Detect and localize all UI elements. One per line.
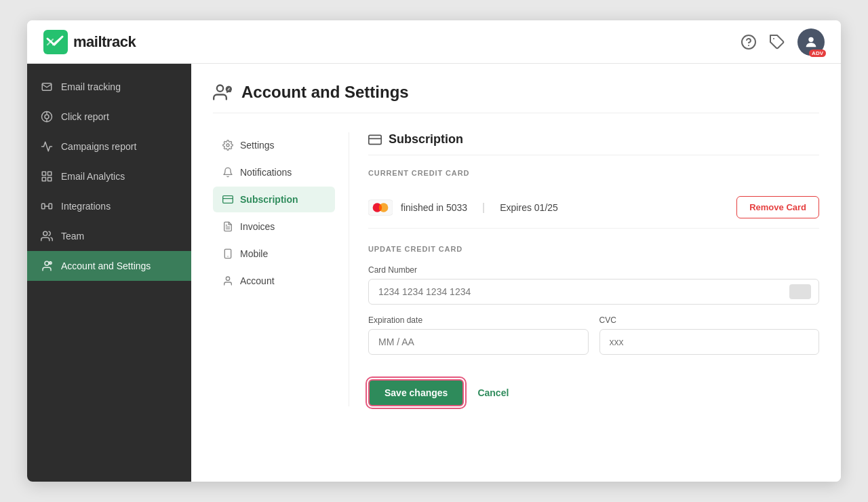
expiry-cvc-row: Expiration date CVC — [368, 315, 819, 366]
expiry-label: Expiration date — [368, 315, 589, 325]
remove-card-button[interactable]: Remove Card — [736, 196, 819, 218]
tag-icon[interactable] — [769, 34, 785, 50]
main-layout: Email tracking Click report Campaigns re… — [27, 64, 841, 482]
settings-nav-notifications-icon — [222, 167, 233, 178]
svg-rect-12 — [48, 178, 52, 181]
sidebar-item-email-tracking[interactable]: Email tracking — [27, 72, 191, 102]
settings-nav-item-settings[interactable]: Settings — [213, 132, 335, 158]
avatar-badge: ADV — [809, 50, 826, 57]
settings-nav-item-invoices[interactable]: Invoices — [213, 214, 335, 239]
svg-rect-22 — [223, 196, 233, 204]
page-title: Account and Settings — [241, 83, 409, 102]
campaigns-icon — [41, 140, 53, 153]
sidebar-label-account-settings: Account and Settings — [61, 260, 151, 271]
settings-nav-account-icon — [222, 275, 233, 286]
help-icon[interactable] — [741, 34, 757, 50]
settings-nav-settings-icon — [222, 140, 233, 151]
topbar-right: ADV — [741, 28, 825, 56]
mailtrack-logo-icon — [43, 30, 68, 54]
svg-point-7 — [45, 115, 49, 119]
settings-panel: Subscription CURRENT CREDIT CARD — [349, 132, 819, 406]
integrations-icon — [41, 200, 53, 212]
svg-rect-29 — [369, 135, 381, 144]
sidebar-item-integrations[interactable]: Integrations — [27, 191, 191, 221]
cvc-label: CVC — [599, 315, 820, 325]
settings-layout: Settings Notifications — [213, 132, 819, 406]
account-settings-icon — [41, 260, 53, 272]
logo-area: mailtrack — [43, 30, 136, 54]
credit-card-row: finished in 5033 | Expires 01/25 Remove … — [368, 187, 819, 229]
settings-nav-subscription-icon — [222, 194, 233, 205]
panel-title: Subscription — [389, 132, 463, 147]
settings-nav-invoices-icon — [222, 221, 233, 232]
content-area: Account and Settings Settings — [191, 64, 841, 482]
card-info: finished in 5033 | Expires 01/25 — [368, 199, 558, 216]
current-card-label: CURRENT CREDIT CARD — [368, 169, 819, 177]
svg-point-28 — [226, 277, 229, 280]
settings-nav-label-settings: Settings — [240, 140, 275, 151]
settings-nav-label-subscription: Subscription — [240, 194, 298, 205]
svg-point-16 — [43, 231, 47, 235]
card-number-label: Card Number — [368, 265, 819, 275]
sidebar-label-team: Team — [61, 231, 84, 242]
card-divider: | — [482, 201, 485, 214]
settings-nav: Settings Notifications — [213, 132, 349, 406]
sidebar-label-integrations: Integrations — [61, 201, 111, 212]
sidebar: Email tracking Click report Campaigns re… — [27, 64, 191, 482]
analytics-icon — [41, 170, 53, 182]
sidebar-item-email-analytics[interactable]: Email Analytics — [27, 161, 191, 191]
sidebar-label-email-tracking: Email tracking — [61, 81, 121, 92]
page-header-icon — [213, 83, 232, 102]
update-card-label: UPDATE CREDIT CARD — [368, 245, 819, 253]
card-expiry: Expires 01/25 — [500, 202, 558, 213]
card-number-group: Card Number — [368, 265, 819, 305]
page-header: Account and Settings — [213, 83, 819, 113]
click-report-icon — [41, 111, 53, 123]
settings-nav-mobile-icon — [222, 248, 233, 259]
svg-point-21 — [226, 144, 229, 147]
settings-nav-label-account: Account — [240, 275, 275, 286]
cvc-input[interactable] — [599, 329, 820, 355]
card-number-input[interactable] — [368, 279, 819, 305]
expiry-input[interactable] — [368, 329, 589, 355]
settings-nav-label-notifications: Notifications — [240, 167, 292, 178]
settings-nav-item-subscription[interactable]: Subscription — [213, 187, 335, 212]
sidebar-item-campaigns-report[interactable]: Campaigns report — [27, 132, 191, 161]
settings-nav-label-mobile: Mobile — [240, 248, 268, 259]
app-window: mailtrack ADV — [27, 20, 841, 482]
svg-rect-10 — [42, 172, 45, 175]
team-icon — [41, 230, 53, 242]
form-actions: Save changes Cancel — [368, 379, 819, 406]
svg-point-17 — [45, 261, 49, 265]
svg-rect-13 — [42, 178, 45, 181]
sidebar-item-click-report[interactable]: Click report — [27, 102, 191, 132]
sidebar-item-team[interactable]: Team — [27, 221, 191, 251]
sidebar-label-campaigns-report: Campaigns report — [61, 141, 136, 152]
save-changes-button[interactable]: Save changes — [368, 379, 464, 406]
settings-nav-label-invoices: Invoices — [240, 221, 275, 232]
topbar: mailtrack ADV — [27, 20, 841, 64]
sidebar-label-click-report: Click report — [61, 111, 109, 122]
svg-rect-11 — [48, 172, 52, 175]
settings-nav-item-mobile[interactable]: Mobile — [213, 241, 335, 267]
settings-nav-item-notifications[interactable]: Notifications — [213, 159, 335, 185]
sidebar-label-email-analytics: Email Analytics — [61, 171, 125, 182]
cancel-button[interactable]: Cancel — [475, 381, 511, 405]
avatar[interactable]: ADV — [797, 28, 825, 56]
subscription-panel-icon — [368, 133, 382, 147]
panel-section-title: Subscription — [368, 132, 819, 155]
card-number-wrapper — [368, 279, 819, 305]
settings-nav-item-account[interactable]: Account — [213, 268, 335, 294]
logo-text: mailtrack — [73, 33, 136, 51]
svg-point-4 — [808, 37, 813, 41]
sidebar-item-account-settings[interactable]: Account and Settings — [27, 251, 191, 281]
email-tracking-icon — [41, 81, 53, 93]
expiry-group: Expiration date — [368, 315, 589, 355]
svg-point-19 — [217, 85, 223, 92]
mastercard-icon — [368, 199, 393, 216]
card-chip-icon — [789, 284, 811, 299]
card-detail: finished in 5033 — [401, 202, 467, 213]
cvc-group: CVC — [599, 315, 820, 355]
